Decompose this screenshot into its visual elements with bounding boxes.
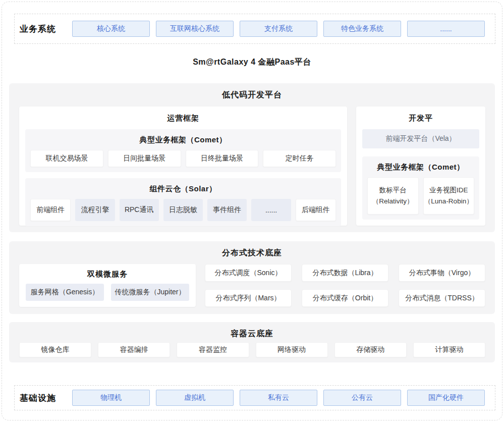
infrastructure-label: 基础设施	[20, 392, 66, 404]
component-process-engine[interactable]: 流程引擎	[75, 199, 115, 221]
dual-mode-microservice-panel: 双模微服务 服务网格（Genesis） 传统微服务（Jupiter）	[19, 264, 196, 307]
infra-virtual-machine[interactable]: 虚拟机	[156, 390, 234, 406]
network-driver-button[interactable]: 网络驱动	[256, 342, 328, 357]
relativity-label-line1: 数标平台	[379, 186, 407, 195]
container-monitoring-button[interactable]: 容器监控	[177, 342, 249, 357]
tdrss-message-button[interactable]: 分布式消息（TDRSS）	[399, 289, 485, 307]
infra-domestic-hardware[interactable]: 国产化硬件	[407, 390, 485, 406]
scene-scheduled-task[interactable]: 定时任务	[263, 150, 336, 167]
distributed-base-section: 分布式技术底座 双模微服务 服务网格（Genesis） 传统微服务（Jupite…	[9, 241, 495, 314]
solar-component-buttons: 前端组件 流程引擎 RPC通讯 日志脱敏 事件组件 ...... 后端组件	[30, 199, 336, 221]
operation-framework-panel: 运营框架 典型业务框架（Comet） 联机交易场景 日间批量场景 日终批量场景 …	[19, 107, 347, 226]
business-system-internet-core[interactable]: 互联网核心系统	[156, 21, 234, 37]
scene-online-trade[interactable]: 联机交易场景	[30, 150, 103, 167]
jupiter-microservice-button[interactable]: 传统微服务（Jupiter）	[111, 284, 189, 301]
relativity-label-line2: （Relativity）	[372, 197, 414, 206]
dev-platform-title: 开发平	[356, 107, 485, 129]
vela-frontend-platform-button[interactable]: 前端开发平台（Vela）	[362, 129, 479, 148]
libra-data-button[interactable]: 分布式数据（Libra）	[302, 264, 388, 282]
business-system-payment[interactable]: 支付系统	[240, 21, 317, 37]
component-backend[interactable]: 后端组件	[296, 199, 336, 221]
storage-driver-button[interactable]: 存储驱动	[334, 342, 407, 357]
luna-robin-label-line1: 业务视图IDE	[429, 186, 468, 195]
comet-business-subpanel: 典型业务框架（Comet） 联机交易场景 日间批量场景 日终批量场景 定时任务	[25, 129, 341, 172]
solar-component-title: 组件云仓（Solar）	[30, 182, 336, 199]
container-orchestration-button[interactable]: 容器编排	[98, 342, 170, 357]
component-log-masking[interactable]: 日志脱敏	[163, 199, 203, 221]
container-base-section: 容器云底座 镜像仓库 容器编排 容器监控 网络驱动 存储驱动 计算驱动	[9, 322, 495, 362]
luna-robin-ide-button[interactable]: 业务视图IDE （Luna-Robin）	[423, 177, 475, 215]
dev-comet-title: 典型业务框架（Comet）	[367, 161, 474, 177]
dual-mode-title: 双模微服务	[19, 264, 196, 284]
operation-framework-title: 运营框架	[19, 107, 347, 129]
lowcode-platform-section: 低代码开发平台 运营框架 典型业务框架（Comet） 联机交易场景 日间批量场景…	[9, 83, 495, 232]
component-event[interactable]: 事件组件	[207, 199, 247, 221]
page-title: Sm@rtGalaxy 4 金融Paas平台	[0, 57, 504, 68]
comet-business-title: 典型业务框架（Comet）	[30, 133, 336, 150]
dev-comet-subpanel: 典型业务框架（Comet） 数标平台 （Relativity） 业务视图IDE …	[362, 156, 479, 220]
business-systems-row: 业务系统 核心系统 互联网核心系统 支付系统 特色业务系统 ......	[14, 14, 495, 44]
business-system-more[interactable]: ......	[407, 21, 485, 37]
comet-business-buttons: 联机交易场景 日间批量场景 日终批量场景 定时任务	[30, 150, 336, 167]
lowcode-platform-title: 低代码开发平台	[9, 83, 495, 100]
image-registry-button[interactable]: 镜像仓库	[19, 342, 91, 357]
dev-comet-buttons: 数标平台 （Relativity） 业务视图IDE （Luna-Robin）	[367, 177, 474, 215]
distributed-grid: 分布式调度（Sonic） 分布式数据（Libra） 分布式事物（Virgo） 分…	[205, 264, 485, 307]
solar-component-subpanel: 组件云仓（Solar） 前端组件 流程引擎 RPC通讯 日志脱敏 事件组件 ..…	[25, 178, 341, 226]
business-system-special[interactable]: 特色业务系统	[323, 21, 401, 37]
container-buttons: 镜像仓库 容器编排 容器监控 网络驱动 存储驱动 计算驱动	[19, 342, 485, 357]
business-systems-label: 业务系统	[20, 23, 66, 35]
infra-private-cloud[interactable]: 私有云	[240, 390, 317, 406]
component-more[interactable]: ......	[251, 199, 291, 221]
dev-platform-panel: 开发平 前端开发平台（Vela） 典型业务框架（Comet） 数标平台 （Rel…	[356, 107, 485, 226]
virgo-transaction-button[interactable]: 分布式事物（Virgo）	[399, 264, 485, 282]
component-frontend[interactable]: 前端组件	[30, 199, 71, 221]
mars-sequence-button[interactable]: 分布式序列（Mars）	[205, 289, 292, 307]
distributed-base-title: 分布式技术底座	[9, 241, 495, 258]
scene-eod-batch[interactable]: 日终批量场景	[186, 150, 259, 167]
infra-physical-machine[interactable]: 物理机	[72, 390, 150, 406]
container-base-title: 容器云底座	[9, 322, 495, 339]
relativity-data-platform-button[interactable]: 数标平台 （Relativity）	[367, 177, 419, 215]
business-system-core[interactable]: 核心系统	[72, 21, 150, 37]
distributed-body: 双模微服务 服务网格（Genesis） 传统微服务（Jupiter） 分布式调度…	[19, 264, 485, 307]
orbit-cache-button[interactable]: 分布式缓存（Orbit）	[302, 289, 388, 307]
genesis-service-mesh-button[interactable]: 服务网格（Genesis）	[26, 284, 104, 301]
architecture-diagram: 业务系统 核心系统 互联网核心系统 支付系统 特色业务系统 ...... Sm@…	[0, 0, 504, 422]
luna-robin-label-line2: （Luna-Robin）	[424, 197, 473, 206]
scene-daytime-batch[interactable]: 日间批量场景	[108, 150, 181, 167]
lowcode-body: 运营框架 典型业务框架（Comet） 联机交易场景 日间批量场景 日终批量场景 …	[19, 107, 485, 226]
sonic-scheduling-button[interactable]: 分布式调度（Sonic）	[205, 264, 292, 282]
component-rpc[interactable]: RPC通讯	[120, 199, 159, 221]
infrastructure-row: 基础设施 物理机 虚拟机 私有云 公有云 国产化硬件	[14, 385, 495, 410]
dual-mode-buttons: 服务网格（Genesis） 传统微服务（Jupiter）	[19, 284, 196, 301]
compute-driver-button[interactable]: 计算驱动	[413, 342, 485, 357]
infra-public-cloud[interactable]: 公有云	[323, 390, 401, 406]
